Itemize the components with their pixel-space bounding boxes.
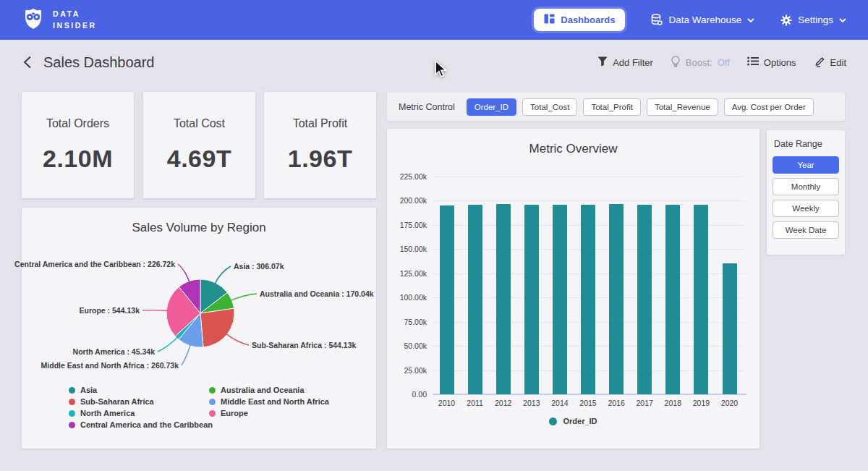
pie-callout-line xyxy=(182,345,190,365)
x-tick-label: 2010 xyxy=(438,399,455,407)
pie-callout-line xyxy=(215,266,231,284)
options-icon xyxy=(747,56,759,68)
x-tick-label: 2017 xyxy=(637,399,653,407)
date-range-button-week-date[interactable]: Week Date xyxy=(773,221,839,239)
nav-data-warehouse[interactable]: Data Warehouse xyxy=(651,14,754,26)
add-filter-button[interactable]: Add Filter xyxy=(597,56,653,69)
kpi-card-total-cost: Total Cost 4.69T xyxy=(143,92,255,198)
pie-label-middle-east-and-north-africa: Middle East and North Africa : 260.73k xyxy=(41,361,179,370)
pie-callout-line xyxy=(231,294,257,300)
gridline xyxy=(433,177,744,177)
metric-button-total-cost[interactable]: Total_Cost xyxy=(522,98,577,116)
database-icon xyxy=(651,14,663,26)
metric-button-total-profit[interactable]: Total_Profit xyxy=(583,98,641,116)
pie-callout-line xyxy=(226,334,249,345)
legend-label: Europe xyxy=(221,409,248,417)
legend-dot xyxy=(69,387,75,394)
options-button[interactable]: Options xyxy=(747,56,796,68)
bar-2010[interactable] xyxy=(440,205,454,395)
legend-dot xyxy=(69,399,75,405)
pie-label-central-america-and-the-caribbean: Central America and the Caribbean : 226.… xyxy=(14,260,175,268)
y-tick-label: 0.00 xyxy=(412,390,427,399)
metric-button-order-id[interactable]: Order_ID xyxy=(467,98,516,116)
date-range-button-monthly[interactable]: Monthly xyxy=(773,178,839,195)
legend-dot xyxy=(549,417,557,425)
edit-icon xyxy=(814,56,825,69)
boost-toggle[interactable]: Boost: Off xyxy=(671,56,730,69)
brand-logo[interactable]: DATA INSIDER xyxy=(22,7,97,34)
nav-dashboards-button[interactable]: Dashboards xyxy=(534,9,625,31)
bar-2017[interactable] xyxy=(637,205,652,394)
metric-button-total-revenue[interactable]: Total_Revenue xyxy=(647,98,718,116)
bar-xaxis: 2010201120122013201420152016201720182019… xyxy=(433,399,744,409)
pie-label-north-america: North America : 45.34k xyxy=(73,347,155,356)
legend-dot xyxy=(209,387,216,394)
legend-label: Central America and the Caribbean xyxy=(80,420,213,429)
bar-chart-title: Metric Overview xyxy=(387,142,760,156)
bar-2020[interactable] xyxy=(723,263,737,394)
legend-item-central-america-and-the-caribbean: Central America and the Caribbean xyxy=(69,420,213,429)
kpi-value: 4.69T xyxy=(167,145,231,173)
page-title: Sales Dashboard xyxy=(43,54,154,71)
y-tick-label: 25.00k xyxy=(404,366,427,375)
legend-dot xyxy=(209,410,216,417)
date-range-button-weekly[interactable]: Weekly xyxy=(773,200,839,217)
pie-slice-sub-saharan-africa[interactable] xyxy=(200,308,234,347)
boost-icon xyxy=(671,56,681,69)
legend-item-australia-and-oceania: Australia and Oceania xyxy=(209,386,305,394)
pie-chart-card: Sales Volume by Region Asia : 306.07kAus… xyxy=(22,208,376,449)
bar-2016[interactable] xyxy=(609,204,624,394)
bar-2011[interactable] xyxy=(468,205,482,394)
kpi-title: Total Orders xyxy=(46,117,109,130)
legend-label: Asia xyxy=(80,386,97,394)
y-tick-label: 75.00k xyxy=(404,318,427,326)
dashboard-icon xyxy=(544,14,555,26)
bar-plot xyxy=(433,177,744,394)
x-tick-label: 2018 xyxy=(665,399,681,407)
back-button[interactable] xyxy=(22,54,33,70)
kpi-value: 1.96T xyxy=(288,145,352,173)
metric-control-bar: Metric Control Order_IDTotal_CostTotal_P… xyxy=(387,93,845,121)
x-tick-label: 2020 xyxy=(721,399,738,407)
date-range-button-year[interactable]: Year xyxy=(773,156,839,174)
y-tick-label: 150.00k xyxy=(400,245,427,253)
metric-control-label: Metric Control xyxy=(399,102,455,112)
legend-label: Middle East and North Africa xyxy=(221,397,329,406)
x-tick-label: 2016 xyxy=(608,399,624,407)
top-nav-bar: DATA INSIDER Dashboards xyxy=(0,0,868,40)
bar-chart-card: Metric Overview 0.0025.00k50.00k75.00k10… xyxy=(387,129,760,449)
edit-button[interactable]: Edit xyxy=(814,56,846,69)
bar-2014[interactable] xyxy=(553,205,567,394)
legend-dot xyxy=(69,422,75,428)
bar-2012[interactable] xyxy=(496,204,511,394)
kpi-title: Total Cost xyxy=(174,117,225,130)
bar-2013[interactable] xyxy=(524,205,539,394)
date-range-buttons: YearMonthlyWeeklyWeek Date xyxy=(773,156,839,239)
x-tick-label: 2014 xyxy=(551,399,568,407)
bar-2018[interactable] xyxy=(665,205,680,394)
bar-yaxis: 0.0025.00k50.00k75.00k100.00k125.00k150.… xyxy=(387,177,427,394)
kpi-value: 2.10M xyxy=(43,145,113,173)
legend-dot xyxy=(209,399,216,405)
y-tick-label: 175.00k xyxy=(400,221,427,229)
x-tick-label: 2011 xyxy=(467,399,483,407)
bar-chart-legend: Order_ID xyxy=(387,417,760,425)
bar-2019[interactable] xyxy=(694,205,708,394)
legend-label: Sub-Saharan Africa xyxy=(80,397,154,406)
metric-button-avg-cost-per-order[interactable]: Avg. Cost per Order xyxy=(724,98,814,116)
pie-callout-line xyxy=(178,264,190,282)
nav-data-warehouse-label: Data Warehouse xyxy=(668,14,741,25)
x-tick-label: 2013 xyxy=(523,399,540,407)
boost-status: Off xyxy=(718,57,730,68)
pie-label-sub-saharan-africa: Sub-Saharan Africa : 544.13k xyxy=(252,341,356,349)
nav-settings[interactable]: Settings xyxy=(780,14,846,26)
bar-2015[interactable] xyxy=(581,205,595,394)
chevron-down-icon xyxy=(747,18,754,22)
x-tick-label: 2019 xyxy=(693,399,710,407)
pie-label-australia-and-oceania: Australia and Oceania : 170.04k xyxy=(260,289,374,298)
chevron-down-icon xyxy=(839,18,846,22)
pie-label-europe: Europe : 544.13k xyxy=(80,306,140,315)
gear-icon xyxy=(780,14,792,26)
legend-item-europe: Europe xyxy=(209,409,248,417)
x-tick-label: 2012 xyxy=(495,399,511,407)
